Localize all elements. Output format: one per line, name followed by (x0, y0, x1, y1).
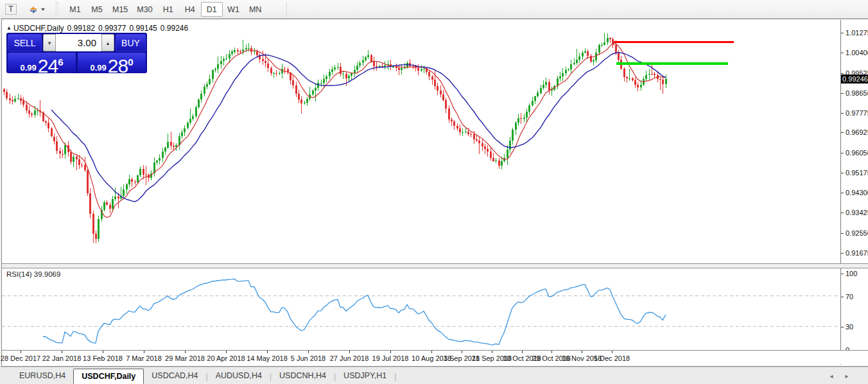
date-tick (185, 351, 186, 353)
sell-price-base: 0.99 (20, 63, 36, 73)
timeframe-button-w1[interactable]: W1 (223, 2, 245, 17)
price-tick (841, 233, 844, 234)
date-tick (390, 351, 391, 353)
chart-tab-bar: EURUSD,H4USDCHF,DailyUSDCAD,H4|AUDUSD,H4… (0, 367, 868, 384)
volume-decrease-button[interactable]: ▾ (43, 34, 56, 51)
price-tick (841, 153, 844, 153)
rsi-tick (841, 327, 844, 327)
price-tick-label: 0.93425 (846, 209, 868, 216)
date-tick (308, 351, 309, 353)
price-tick-label: 1.00400 (846, 49, 868, 57)
date-tick (267, 351, 268, 353)
symbol-label: USDCHF,Daily (13, 24, 64, 33)
collapse-triangle-icon[interactable]: ▲ (6, 25, 12, 31)
date-tick (612, 351, 612, 353)
price-tick (841, 132, 844, 133)
price-tick (841, 113, 844, 114)
buy-price-big: 28 (108, 55, 128, 76)
date-axis: 28 Dec 201722 Jan 201813 Feb 20187 Mar 2… (2, 350, 868, 364)
chart-tab-eurusd[interactable]: EURUSD,H4 (12, 369, 73, 383)
price-tick-label: 0.96925 (846, 128, 868, 136)
rsi-tick (841, 274, 844, 274)
buy-price-button[interactable]: 0.99280 (78, 53, 146, 73)
toolbar: T M1M5M15M30H1H4D1W1MN (0, 0, 868, 19)
buy-price-sup: 0 (128, 57, 133, 67)
price-tick (841, 193, 844, 193)
price-tick (841, 73, 844, 74)
chart-title: ▲USDCHF,Daily0.991820.993770.991450.9924… (6, 24, 188, 33)
timeframe-button-h4[interactable]: H4 (179, 2, 201, 17)
rsi-tick-label: 100 (846, 270, 857, 277)
date-tick (103, 351, 103, 353)
date-tick (349, 351, 350, 353)
date-tick (431, 351, 432, 353)
price-tick-label: 0.97775 (846, 109, 868, 117)
timeframe-toolbar: M1M5M15M30H1H4D1W1MN (64, 2, 266, 17)
date-tick-label: 27 Jun 2018 (330, 354, 369, 362)
timeframe-button-mn[interactable]: MN (245, 2, 266, 17)
chart-tab-usdjpy[interactable]: USDJPY,H1 (336, 369, 394, 383)
rsi-chart-svg (2, 268, 840, 350)
text-tool-button[interactable]: T (3, 2, 19, 17)
price-tick-label: 1.01275 (846, 29, 868, 37)
price-tick-label: 0.94300 (846, 189, 868, 196)
arrows-tool-button[interactable] (23, 2, 50, 17)
current-price-tag: 0.99246 (841, 74, 868, 83)
date-tick (226, 351, 227, 353)
timeframe-button-m30[interactable]: M30 (132, 2, 157, 17)
date-tick (522, 351, 523, 353)
chart-tab-audusd[interactable]: AUDUSD,H4 (208, 369, 270, 383)
price-tick (841, 33, 844, 33)
sell-price-big: 24 (38, 55, 58, 76)
volume-input[interactable] (56, 34, 101, 51)
price-tick (841, 93, 844, 94)
timeframe-button-h1[interactable]: H1 (157, 2, 179, 17)
toolbar-separator (286, 2, 287, 17)
price-axis: 0.99246 1.012751.004000.995250.986500.97… (840, 20, 868, 365)
buy-button[interactable]: BUY (116, 34, 146, 51)
date-tick (492, 351, 492, 353)
price-tick-label: 0.96050 (846, 149, 868, 157)
open-value: 0.99182 (67, 24, 95, 33)
rsi-pane[interactable]: RSI(14) 39.9069 (2, 268, 840, 350)
date-tick (582, 351, 582, 353)
chart-tab-usdcnh[interactable]: USDCNH,H4 (272, 369, 334, 383)
chart-window: ▲USDCHF,Daily0.991820.993770.991450.9924… (1, 19, 868, 367)
toolbar-grip[interactable] (55, 2, 58, 17)
chevron-down-icon (41, 8, 45, 11)
tab-scroll-left-icon[interactable]: ◂ (827, 372, 836, 381)
price-tick (841, 213, 844, 213)
price-tick (841, 173, 844, 173)
timeframe-button-m15[interactable]: M15 (108, 2, 132, 17)
rsi-line (43, 279, 666, 345)
date-tick-label: 13 Feb 2018 (83, 354, 123, 362)
high-value: 0.99377 (98, 24, 126, 33)
sell-price-sup: 6 (58, 57, 63, 67)
date-tick-label: 29 Mar 2018 (165, 354, 205, 362)
timeframe-button-m1[interactable]: M1 (64, 2, 86, 17)
date-tick-label: 5 Dec 2018 (594, 354, 630, 362)
tab-scroll-right-icon[interactable]: ▸ (842, 372, 851, 381)
date-tick (62, 351, 62, 353)
timeframe-button-d1[interactable]: D1 (201, 2, 223, 17)
pane-divider[interactable] (2, 263, 868, 268)
arrows-tool-icon (28, 5, 39, 15)
chart-tab-usdcad[interactable]: USDCAD,H4 (144, 369, 205, 383)
date-tick (21, 351, 21, 353)
date-tick-label: 5 Jun 2018 (291, 354, 326, 362)
rsi-tick-label: 70 (846, 293, 853, 301)
volume-increase-button[interactable]: ▴ (101, 34, 114, 51)
sell-price-button[interactable]: 0.99246 (8, 53, 76, 73)
date-tick-label: 22 Jan 2018 (42, 354, 82, 362)
ma-slow-line (51, 53, 666, 202)
timeframe-button-m5[interactable]: M5 (86, 2, 108, 17)
chart-tab-usdchf[interactable]: USDCHF,Daily (73, 369, 144, 384)
text-tool-icon: T (5, 4, 16, 15)
close-value: 0.99246 (161, 24, 188, 33)
mt4-application: T M1M5M15M30H1H4D1W1MN ▲USDCHF,Daily0.99… (0, 0, 868, 384)
tab-separator: | (394, 372, 396, 381)
sell-button[interactable]: SELL (8, 34, 42, 51)
date-tick-label: 28 Dec 2017 (1, 354, 40, 362)
date-tick-label: 20 Apr 2018 (207, 354, 245, 362)
price-tick-label: 0.92550 (846, 229, 868, 237)
